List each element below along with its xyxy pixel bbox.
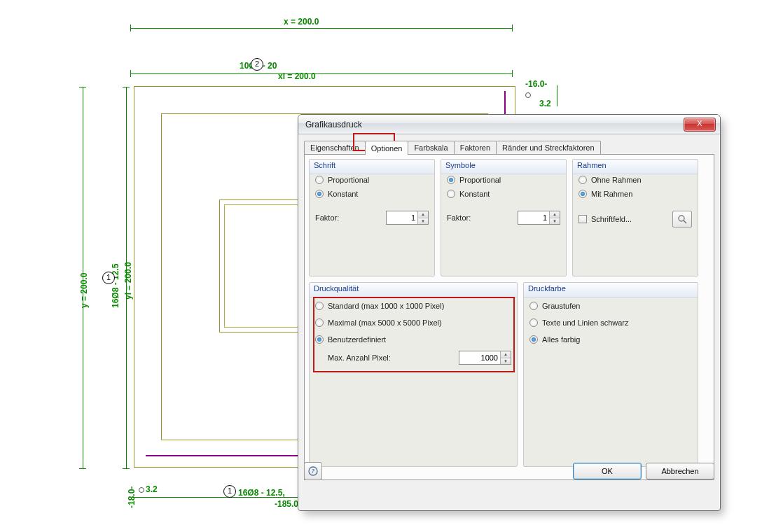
radio-druck-standard[interactable]: Standard (max 1000 x 1000 Pixel) bbox=[315, 299, 511, 313]
dim-32a: 3.2 bbox=[539, 99, 551, 108]
rebar-bottom: 16Ø8 - 12.5, bbox=[238, 488, 285, 498]
schrift-faktor-label: Faktor: bbox=[315, 214, 339, 222]
radio-schrift-konstant[interactable]: Konstant bbox=[315, 187, 429, 201]
spin-up-icon[interactable]: ▲ bbox=[501, 351, 511, 358]
dim-32b: 3.2 bbox=[146, 484, 158, 494]
radio-texte-linien-schwarz[interactable]: Texte und Linien schwarz bbox=[529, 316, 692, 330]
balloon-1b: 1 bbox=[223, 485, 236, 498]
symbole-faktor-input[interactable] bbox=[518, 211, 549, 224]
radio-alles-farbig[interactable]: Alles farbig bbox=[529, 332, 692, 346]
dim-neg16: -16.0- bbox=[525, 79, 547, 89]
dim-xl: xl = 200.0 bbox=[278, 71, 316, 81]
close-button[interactable]: X bbox=[684, 118, 716, 132]
rebar-side: 16Ø8 - 12.5 bbox=[111, 264, 120, 308]
max-pixel-label: Max. Anzahl Pixel: bbox=[328, 354, 391, 362]
schriftfeld-browse-button[interactable] bbox=[672, 211, 692, 227]
spin-down-icon[interactable]: ▼ bbox=[550, 218, 560, 225]
max-pixel-spinner[interactable]: ▲▼ bbox=[459, 351, 511, 365]
checkbox-schriftfeld[interactable]: Schriftfeld... bbox=[579, 212, 632, 226]
schrift-faktor-spinner[interactable]: ▲▼ bbox=[386, 211, 429, 225]
tab-raender[interactable]: Ränder und Streckfaktoren bbox=[496, 141, 600, 154]
radio-graustufen[interactable]: Graustufen bbox=[529, 299, 692, 313]
spin-up-icon[interactable]: ▲ bbox=[550, 211, 560, 218]
group-schrift: Schrift Proportional Konstant Faktor: ▲▼ bbox=[309, 159, 435, 276]
group-druckfarbe: Druckfarbe Graustufen Texte und Linien s… bbox=[523, 282, 698, 467]
tab-faktoren[interactable]: Faktoren bbox=[454, 141, 497, 154]
tab-optionen[interactable]: Optionen bbox=[365, 141, 409, 155]
max-pixel-input[interactable] bbox=[459, 351, 500, 364]
tab-farbskala[interactable]: Farbskala bbox=[408, 141, 454, 154]
svg-text:?: ? bbox=[312, 468, 315, 475]
dim-y: y = 200.0 bbox=[79, 273, 89, 308]
tabstrip: Eigenschaften Optionen Farbskala Faktore… bbox=[304, 139, 714, 154]
radio-symbole-proportional[interactable]: Proportional bbox=[447, 173, 560, 187]
dim-x: x = 200.0 bbox=[284, 17, 319, 27]
group-druckfarbe-title: Druckfarbe bbox=[524, 283, 698, 298]
group-rahmen: Rahmen Ohne Rahmen Mit Rahmen Schriftfel… bbox=[572, 159, 698, 276]
radio-druck-benutzer[interactable]: Benutzerdefiniert bbox=[315, 332, 511, 346]
spin-up-icon[interactable]: ▲ bbox=[418, 211, 428, 218]
svg-point-0 bbox=[679, 216, 684, 221]
group-schrift-title: Schrift bbox=[310, 160, 434, 174]
help-icon: ? bbox=[308, 466, 318, 476]
symbole-faktor-label: Faktor: bbox=[447, 214, 471, 222]
cancel-button[interactable]: Abbrechen bbox=[646, 463, 714, 479]
balloon-2: 2 bbox=[251, 58, 263, 71]
ok-button[interactable]: OK bbox=[573, 463, 642, 479]
print-options-dialog: Grafikausdruck X Eigenschaften Optionen … bbox=[298, 114, 721, 511]
group-symbole: Symbole Proportional Konstant Faktor: ▲▼ bbox=[441, 159, 567, 276]
dialog-title: Grafikausdruck bbox=[305, 120, 684, 130]
spin-down-icon[interactable]: ▼ bbox=[501, 358, 511, 365]
spin-down-icon[interactable]: ▼ bbox=[418, 218, 428, 225]
symbole-faktor-spinner[interactable]: ▲▼ bbox=[518, 211, 560, 225]
dim-yl: yl = 200.0 bbox=[123, 262, 133, 300]
balloon-1: 1 bbox=[102, 272, 115, 284]
group-druckqualitaet-title: Druckqualität bbox=[310, 283, 517, 298]
radio-mit-rahmen[interactable]: Mit Rahmen bbox=[579, 187, 692, 201]
titlebar[interactable]: Grafikausdruck X bbox=[298, 115, 720, 134]
group-druckqualitaet: Druckqualität Standard (max 1000 x 1000 … bbox=[309, 282, 518, 467]
radio-druck-maximal[interactable]: Maximal (max 5000 x 5000 Pixel) bbox=[315, 316, 511, 330]
tab-eigenschaften[interactable]: Eigenschaften bbox=[304, 141, 366, 154]
group-rahmen-title: Rahmen bbox=[573, 160, 698, 174]
radio-ohne-rahmen[interactable]: Ohne Rahmen bbox=[579, 173, 692, 187]
svg-line-1 bbox=[684, 220, 686, 223]
schrift-faktor-input[interactable] bbox=[387, 211, 417, 224]
radio-schrift-proportional[interactable]: Proportional bbox=[315, 173, 429, 187]
group-symbole-title: Symbole bbox=[441, 160, 566, 174]
help-button[interactable]: ? bbox=[304, 462, 322, 480]
radio-symbole-konstant[interactable]: Konstant bbox=[447, 187, 560, 201]
magnifier-icon bbox=[677, 214, 687, 224]
